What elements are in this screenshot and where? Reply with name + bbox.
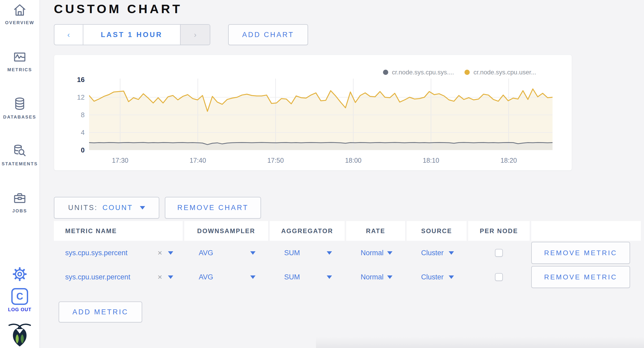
- time-range-dropdown[interactable]: LAST 1 HOUR: [83, 25, 180, 45]
- y-axis-tick-label: 12: [66, 93, 85, 101]
- column-header: PER NODE: [468, 221, 530, 241]
- remove-chart-button[interactable]: REMOVE CHART: [165, 197, 261, 219]
- sidebar-item-label: OVERVIEW: [5, 20, 34, 25]
- metric-name-select[interactable]: sys.cpu.user.percent ×: [54, 273, 183, 282]
- aggregator-select[interactable]: SUM: [270, 249, 345, 257]
- cockroach-logo: [0, 322, 39, 347]
- home-icon: [13, 3, 26, 17]
- database-search-icon: [13, 144, 27, 158]
- x-axis-tick-label: 18:10: [413, 156, 449, 165]
- caret-down-icon: [327, 251, 332, 255]
- rate-select[interactable]: Normal: [346, 249, 405, 257]
- remove-metric-button[interactable]: REMOVE METRIC: [531, 266, 630, 288]
- metric-row: sys.cpu.user.percent × AVG SUM Normal Cl…: [54, 265, 641, 289]
- per-node-cell: [468, 273, 530, 281]
- add-chart-button[interactable]: ADD CHART: [228, 24, 308, 45]
- y-axis-tick-label: 4: [66, 128, 85, 137]
- clear-metric-icon[interactable]: ×: [157, 273, 162, 282]
- caret-down-icon: [250, 251, 255, 255]
- y-axis-tick-label: 8: [66, 111, 85, 119]
- sidebar-item-metrics[interactable]: METRICS: [0, 50, 39, 73]
- line-chart-icon: [13, 50, 26, 64]
- aggregator-select[interactable]: SUM: [270, 273, 345, 281]
- legend-dot-icon: [464, 70, 470, 75]
- gear-icon: [12, 266, 28, 282]
- cockroach-bug-icon: [7, 322, 32, 347]
- caret-down-icon: [387, 275, 392, 279]
- clear-metric-icon[interactable]: ×: [157, 248, 162, 257]
- chevron-left-icon: ‹: [67, 30, 70, 39]
- settings-button[interactable]: [0, 266, 39, 282]
- time-range-next-button[interactable]: ›: [180, 25, 210, 45]
- units-dropdown[interactable]: UNITS: COUNT: [54, 197, 159, 219]
- column-header: METRIC NAME: [54, 221, 183, 241]
- legend-item[interactable]: cr.node.sys.cpu.user...: [464, 69, 536, 76]
- metric-row: sys.cpu.sys.percent × AVG SUM Normal Clu…: [54, 241, 641, 265]
- x-axis-tick-label: 17:30: [102, 156, 139, 165]
- remove-metric-cell: REMOVE METRIC: [531, 242, 641, 264]
- sidebar-item-statements[interactable]: STATEMENTS: [0, 144, 39, 167]
- column-header: RATE: [346, 221, 405, 241]
- caret-down-icon: [168, 251, 173, 255]
- x-axis-tick-label: 18:20: [490, 156, 527, 165]
- column-header: DOWNSAMPLER: [184, 221, 268, 241]
- sidebar-item-jobs[interactable]: JOBS: [0, 192, 39, 214]
- logout-label: LOG OUT: [8, 307, 32, 313]
- remove-metric-cell: REMOVE METRIC: [531, 266, 641, 288]
- column-header: SOURCE: [407, 221, 467, 241]
- sidebar: OVERVIEW METRICS DATABASES: [0, 0, 40, 348]
- add-metric-button[interactable]: ADD METRIC: [59, 301, 142, 323]
- caret-down-icon: [140, 206, 145, 209]
- metrics-table-header: METRIC NAME DOWNSAMPLER AGGREGATOR RATE …: [54, 221, 641, 241]
- caret-down-icon: [327, 275, 332, 279]
- sidebar-item-label: JOBS: [12, 208, 27, 214]
- chevron-right-icon: ›: [194, 30, 197, 39]
- y-axis-tick-label: 0: [66, 146, 85, 154]
- caret-down-icon: [449, 251, 454, 255]
- rate-select[interactable]: Normal: [346, 273, 405, 281]
- per-node-cell: [468, 249, 530, 257]
- source-select[interactable]: Cluster: [407, 249, 467, 257]
- x-axis-tick-label: 17:50: [257, 156, 294, 165]
- legend-item[interactable]: cr.node.sys.cpu.sys....: [383, 69, 454, 76]
- metrics-table: METRIC NAME DOWNSAMPLER AGGREGATOR RATE …: [54, 221, 641, 289]
- database-icon: [13, 97, 26, 111]
- chart-legend: cr.node.sys.cpu.sys.... cr.node.sys.cpu.…: [383, 69, 536, 76]
- sidebar-item-label: STATEMENTS: [2, 161, 38, 167]
- x-axis-tick-label: 17:40: [180, 156, 216, 165]
- per-node-checkbox[interactable]: [495, 249, 503, 257]
- column-header: [531, 221, 641, 241]
- source-select[interactable]: Cluster: [407, 273, 467, 281]
- chart-plot-area: [89, 78, 553, 153]
- sidebar-item-overview[interactable]: OVERVIEW: [0, 3, 39, 25]
- metric-name-select[interactable]: sys.cpu.sys.percent ×: [54, 248, 183, 257]
- logout-button[interactable]: C LOG OUT: [0, 288, 39, 313]
- per-node-checkbox[interactable]: [495, 273, 503, 281]
- briefcase-icon: [13, 192, 26, 205]
- page-title: CUSTOM CHART: [54, 2, 182, 16]
- sidebar-item-databases[interactable]: DATABASES: [0, 97, 39, 120]
- x-axis-tick-label: 18:00: [335, 156, 372, 165]
- time-range-prev-button[interactable]: ‹: [54, 25, 83, 45]
- caret-down-icon: [449, 275, 454, 279]
- main-content: CUSTOM CHART ‹ LAST 1 HOUR › ADD CHART c…: [40, 0, 644, 348]
- downsampler-select[interactable]: AVG: [184, 273, 268, 281]
- column-header: AGGREGATOR: [270, 221, 345, 241]
- sidebar-item-label: METRICS: [7, 67, 32, 73]
- caret-down-icon: [387, 251, 392, 255]
- time-range-selector: ‹ LAST 1 HOUR ›: [54, 24, 210, 45]
- caret-down-icon: [168, 275, 173, 279]
- sidebar-item-label: DATABASES: [3, 115, 36, 120]
- legend-dot-icon: [383, 70, 388, 75]
- caret-down-icon: [250, 275, 255, 279]
- y-axis-tick-label: 16: [66, 75, 85, 84]
- downsampler-select[interactable]: AVG: [184, 249, 268, 257]
- chart-card: cr.node.sys.cpu.sys.... cr.node.sys.cpu.…: [54, 55, 572, 171]
- cockroach-c-icon: C: [11, 288, 28, 305]
- remove-metric-button[interactable]: REMOVE METRIC: [531, 242, 630, 264]
- bottom-shadow: [316, 337, 644, 348]
